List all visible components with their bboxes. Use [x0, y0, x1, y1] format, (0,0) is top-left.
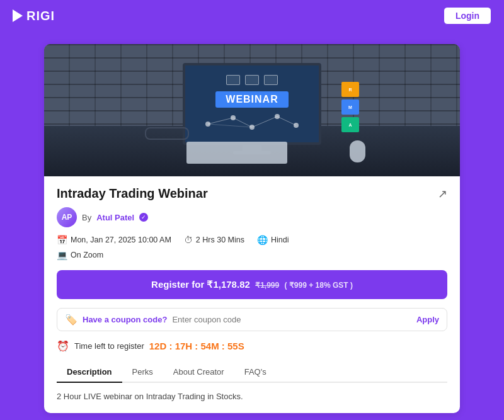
event-duration: 2 Hrs 30 Mins — [196, 236, 244, 244]
date-meta: 📅 Mon, Jan 27, 2025 10:00 AM — [57, 235, 171, 245]
keyboard — [186, 142, 287, 164]
coupon-input[interactable] — [172, 315, 411, 324]
monitor-icons-row — [226, 75, 278, 85]
monitor-screen: WEBINAR — [183, 63, 321, 145]
logo-play-icon — [13, 9, 23, 22]
title-row: Intraday Trading Webinar ↗ — [57, 186, 447, 201]
register-price: ₹1,178.82 — [207, 279, 249, 290]
login-button[interactable]: Login — [444, 7, 491, 25]
monitor-icon-3 — [264, 75, 278, 85]
glasses — [145, 127, 189, 140]
tabs-row: Description Perks About Creator FAQ's — [57, 362, 447, 383]
coupon-row: 🏷️ Have a coupon code? Apply — [57, 308, 447, 331]
meta-row-1: 📅 Mon, Jan 27, 2025 10:00 AM ⏱ 2 Hrs 30 … — [57, 235, 447, 245]
event-card: WEBINAR — [44, 44, 460, 413]
card-outer: WEBINAR — [0, 31, 504, 420]
timer-row: ⏰ Time left to register 12D : 17H : 54M … — [57, 340, 447, 352]
meta-row-2: 💻 On Zoom — [57, 250, 447, 260]
sticky-notes: R M A — [341, 82, 359, 132]
svg-line-8 — [277, 116, 296, 125]
coupon-label: Have a coupon code? — [83, 315, 167, 324]
register-button[interactable]: Register for ₹1,178.82 ₹1,999 ( ₹999 + 1… — [57, 270, 447, 299]
share-icon[interactable]: ↗ — [438, 187, 447, 201]
duration-meta: ⏱ 2 Hrs 30 Mins — [184, 235, 244, 245]
monitor-icon-1 — [226, 75, 240, 85]
event-date: Mon, Jan 27, 2025 10:00 AM — [71, 236, 171, 244]
svg-line-7 — [252, 116, 277, 127]
tab-description[interactable]: Description — [57, 362, 122, 383]
coupon-icon: 🏷️ — [65, 314, 77, 326]
avatar: AP — [57, 207, 77, 227]
monitor: WEBINAR — [183, 63, 321, 154]
logo-text: RIGI — [26, 9, 55, 23]
webinar-label-text: WEBINAR — [215, 91, 288, 108]
language-icon: 🌐 — [257, 235, 268, 245]
author-row: AP By Atul Patel ✓ — [57, 207, 447, 227]
register-gst: ( ₹999 + 18% GST ) — [285, 281, 353, 290]
timer-value: 12D : 17H : 54M : 55S — [149, 341, 244, 351]
by-text: By — [82, 213, 91, 222]
verified-badge: ✓ — [139, 213, 148, 222]
mouse — [350, 140, 365, 162]
register-old-price: ₹1,999 — [255, 281, 279, 290]
webinar-image: WEBINAR — [44, 44, 460, 176]
svg-line-5 — [208, 118, 233, 124]
network-lines-svg — [195, 111, 309, 133]
calendar-icon: 📅 — [57, 235, 67, 245]
event-language: Hindi — [271, 236, 289, 244]
page-wrapper: RIGI Login WEBINAR — [0, 0, 504, 420]
description-text: 2 Hour LIVE webinar on Intraday Trading … — [57, 390, 447, 403]
sticky-2: M — [341, 99, 359, 115]
author-name[interactable]: Atul Patel — [96, 213, 134, 222]
clock-icon: ⏱ — [184, 235, 193, 245]
language-meta: 🌐 Hindi — [257, 235, 289, 245]
card-body: Intraday Trading Webinar ↗ AP By Atul Pa… — [44, 176, 460, 413]
header: RIGI Login — [0, 0, 504, 31]
zoom-icon: 💻 — [57, 250, 67, 260]
monitor-icon-2 — [245, 75, 259, 85]
svg-line-9 — [208, 124, 252, 127]
apply-button[interactable]: Apply — [416, 315, 439, 324]
tab-faqs[interactable]: FAQ's — [234, 362, 277, 383]
sticky-1: R — [341, 82, 359, 97]
logo-area: RIGI — [13, 9, 55, 23]
event-title: Intraday Trading Webinar — [57, 186, 208, 201]
sticky-3: A — [341, 117, 359, 132]
tab-about-creator[interactable]: About Creator — [163, 362, 234, 383]
timer-icon: ⏰ — [57, 340, 69, 352]
tab-perks[interactable]: Perks — [122, 362, 163, 383]
timer-label: Time left to register — [74, 341, 144, 351]
register-prefix: Register for — [151, 279, 204, 290]
event-platform: On Zoom — [71, 251, 103, 259]
